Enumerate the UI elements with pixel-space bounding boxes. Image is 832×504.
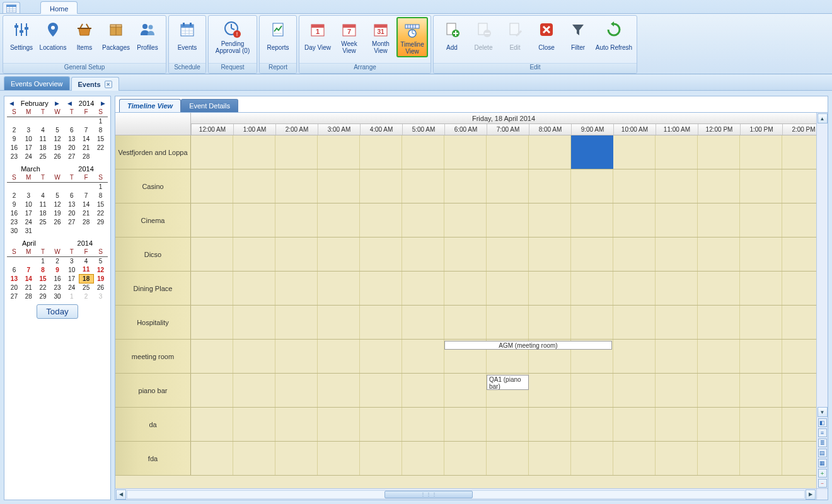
- calendar-day[interactable]: 22: [93, 209, 108, 217]
- mini-button[interactable]: ≡: [818, 428, 827, 437]
- scroll-left-icon[interactable]: ◀: [116, 490, 126, 500]
- calendar-day[interactable]: 25: [79, 283, 93, 292]
- calendar-day[interactable]: 23: [50, 283, 65, 292]
- week-view-button[interactable]: 7Week View: [333, 17, 365, 56]
- calendar-day[interactable]: 17: [21, 209, 36, 217]
- close-button[interactable]: Close: [531, 17, 562, 56]
- calendar-month-grid[interactable]: SMTWTFS123456789101112131415161718192021…: [7, 108, 108, 161]
- day-view-button[interactable]: 1Day View: [302, 17, 333, 56]
- calendar-day[interactable]: 15: [93, 200, 108, 209]
- timeline-event[interactable]: QA1 (piano bar): [487, 375, 529, 390]
- calendar-day[interactable]: 8: [93, 191, 108, 200]
- calendar-day[interactable]: 3: [93, 292, 108, 301]
- timeline-row[interactable]: Cinema: [115, 203, 816, 238]
- timeline-row[interactable]: piano barQA1 (piano bar): [115, 374, 816, 408]
- scroll-down-icon[interactable]: ▼: [818, 407, 828, 417]
- calendar-day[interactable]: 7: [79, 191, 93, 200]
- timeline-event[interactable]: AGM (meeting room): [444, 341, 612, 350]
- timeline-grid[interactable]: Friday, 18 April 2014 12:00 AM1:00 AM2:0…: [115, 113, 816, 488]
- calendar-day[interactable]: 10: [21, 134, 36, 143]
- settings-button[interactable]: Settings: [6, 17, 37, 56]
- calendar-day[interactable]: 10: [21, 200, 36, 209]
- calendar-month-grid[interactable]: SMTWTFS123456789101112131415161718192021…: [7, 248, 108, 301]
- calendar-day[interactable]: 9: [7, 134, 21, 143]
- tab-event-details[interactable]: Event Details: [181, 99, 238, 112]
- calendar-day[interactable]: 13: [64, 134, 79, 143]
- calendar-day[interactable]: 1: [64, 292, 79, 301]
- timeline-row-grid[interactable]: [191, 408, 816, 441]
- calendar-month-grid[interactable]: SMTWTFS123456789101112131415161718192021…: [7, 173, 108, 235]
- vertical-scrollbar[interactable]: ▲ ▼ ◧ ≡ ≣ ▤ ▦ ＋ －: [816, 113, 828, 488]
- prev-year-icon[interactable]: ◀: [66, 100, 73, 106]
- calendar-day[interactable]: 29: [36, 292, 50, 301]
- packages-button[interactable]: Packages: [100, 17, 132, 56]
- calendar-day[interactable]: 23: [7, 217, 21, 226]
- calendar-day[interactable]: 12: [50, 134, 65, 143]
- calendar-day[interactable]: 13: [64, 200, 79, 209]
- calendar-day[interactable]: 21: [21, 283, 36, 292]
- calendar-day[interactable]: 30: [7, 226, 21, 235]
- calendar-day[interactable]: 3: [64, 256, 79, 265]
- calendar-day[interactable]: 8: [93, 125, 108, 134]
- calendar-day[interactable]: 8: [36, 265, 50, 274]
- doc-tab-close-icon[interactable]: ×: [105, 81, 112, 88]
- calendar-day[interactable]: 24: [21, 152, 36, 161]
- calendar-day[interactable]: 13: [7, 274, 21, 283]
- calendar-day[interactable]: 14: [21, 274, 36, 283]
- events-button[interactable]: Events: [171, 17, 203, 56]
- add-button[interactable]: Add: [436, 17, 468, 56]
- calendar-day[interactable]: 28: [21, 292, 36, 301]
- prev-month-icon[interactable]: ◀: [8, 100, 15, 106]
- calendar-day[interactable]: 9: [7, 200, 21, 209]
- mini-button[interactable]: ◧: [818, 418, 827, 427]
- calendar-day[interactable]: 6: [64, 125, 79, 134]
- calendar-day[interactable]: 11: [79, 265, 93, 274]
- scroll-thumb[interactable]: ⋮⋮⋮: [384, 491, 473, 498]
- calendar-day[interactable]: 16: [50, 274, 65, 283]
- timeline-row[interactable]: Casino: [115, 169, 816, 203]
- mini-button[interactable]: ≣: [818, 438, 827, 447]
- calendar-day[interactable]: 5: [50, 191, 65, 200]
- calendar-day[interactable]: 7: [21, 265, 36, 274]
- timeline-view-button[interactable]: Timeline View: [396, 17, 428, 57]
- calendar-day[interactable]: 25: [36, 152, 50, 161]
- timeline-row-grid[interactable]: [191, 135, 816, 169]
- calendar-day[interactable]: 29: [93, 217, 108, 226]
- next-year-icon[interactable]: ▶: [100, 100, 107, 106]
- calendar-day[interactable]: 15: [36, 274, 50, 283]
- calendar-day[interactable]: 7: [79, 125, 93, 134]
- scroll-track[interactable]: ⋮⋮⋮: [127, 490, 805, 499]
- timeline-row-grid[interactable]: [191, 238, 816, 271]
- timeline-row-grid[interactable]: [191, 203, 816, 237]
- today-button[interactable]: Today: [37, 304, 78, 319]
- calendar-day[interactable]: 11: [36, 134, 50, 143]
- calendar-day[interactable]: 21: [79, 209, 93, 217]
- auto-refresh-button[interactable]: Auto Refresh: [594, 17, 634, 56]
- calendar-day[interactable]: 17: [64, 274, 79, 283]
- calendar-day[interactable]: 2: [50, 256, 65, 265]
- calendar-day[interactable]: 2: [79, 292, 93, 301]
- tab-timeline-view[interactable]: Timeline View: [119, 99, 181, 112]
- calendar-day[interactable]: 12: [50, 200, 65, 209]
- mini-button[interactable]: －: [818, 479, 827, 488]
- calendar-day[interactable]: 1: [93, 182, 108, 191]
- timeline-selected-cell[interactable]: [571, 135, 613, 169]
- calendar-day[interactable]: 2: [7, 125, 21, 134]
- mini-button[interactable]: ▤: [818, 449, 827, 457]
- calendar-day[interactable]: 12: [93, 265, 108, 274]
- timeline-row[interactable]: Dicso: [115, 238, 816, 272]
- calendar-day[interactable]: 21: [79, 143, 93, 152]
- calendar-day[interactable]: 4: [79, 256, 93, 265]
- calendar-day[interactable]: 19: [50, 209, 65, 217]
- calendar-day[interactable]: 22: [93, 143, 108, 152]
- calendar-day[interactable]: 19: [50, 143, 65, 152]
- calendar-day[interactable]: 27: [7, 292, 21, 301]
- timeline-row[interactable]: fda: [115, 442, 816, 476]
- doc-tab-events-overview[interactable]: Events Overview: [4, 76, 70, 90]
- calendar-day[interactable]: 18: [36, 209, 50, 217]
- calendar-day[interactable]: 18: [36, 143, 50, 152]
- calendar-day[interactable]: 14: [79, 134, 93, 143]
- calendar-day[interactable]: 17: [21, 143, 36, 152]
- calendar-day[interactable]: 15: [93, 134, 108, 143]
- calendar-day[interactable]: 16: [7, 209, 21, 217]
